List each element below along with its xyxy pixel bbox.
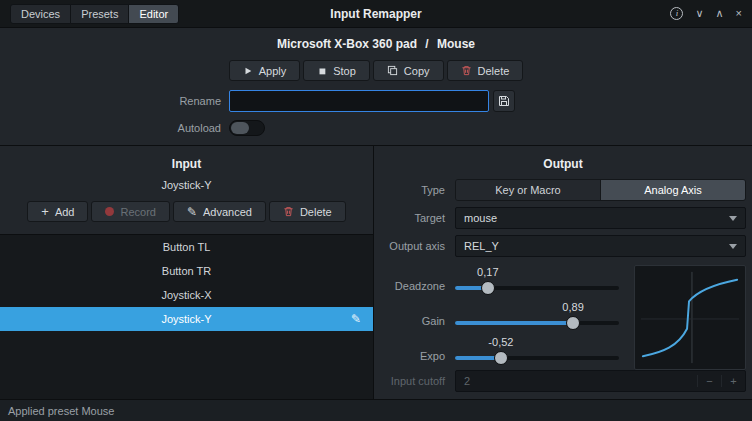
slider-handle[interactable] [566,316,580,330]
output-axis-value: REL_Y [464,240,499,252]
gain-label: Gain [374,315,455,335]
main-body: Input Joystick-Y + Add Record ✎ Advanced [0,146,752,399]
input-remapper-window: Devices Presets Editor Input Remapper i … [0,0,752,421]
slider-track[interactable] [455,321,619,325]
output-panel: Output Type Key or Macro Analog Axis Tar… [374,146,752,399]
save-icon [498,95,510,107]
output-axis-row: Output axis REL_Y [374,235,746,257]
plus-icon: + [41,205,49,218]
stop-button-label: Stop [333,65,356,77]
add-input-button[interactable]: + Add [27,201,88,222]
apply-button-label: Apply [259,65,287,77]
input-panel-title: Input [0,146,373,171]
gain-row: Gain 0,89 [374,300,619,335]
list-item-joystick-x[interactable]: Joystick-X [0,283,373,307]
info-icon[interactable]: i [670,7,683,20]
autoload-row: Autoload [0,120,752,136]
gain-slider[interactable]: 0,89 [455,300,619,335]
expo-label: Expo [374,350,455,370]
target-row: Target mouse [374,207,746,229]
close-icon[interactable]: × [736,8,742,19]
trash-icon [283,206,294,217]
rename-label: Rename [157,95,229,107]
device-name: Microsoft X-Box 360 pad [277,37,417,51]
deadzone-value: 0,17 [477,266,498,278]
input-cutoff-row: Input cutoff 2 − + [374,370,746,392]
expo-slider[interactable]: -0,52 [455,335,619,370]
deadzone-slider[interactable]: 0,17 [455,265,619,300]
input-cutoff-label: Input cutoff [374,375,455,387]
type-segmented-control: Key or Macro Analog Axis [455,179,746,201]
slider-track[interactable] [455,356,619,360]
record-button[interactable]: Record [91,201,169,222]
type-label: Type [374,184,455,196]
window-controls: i ∨ ∧ × [670,7,742,20]
decrement-button[interactable]: − [697,375,721,387]
view-tabs: Devices Presets Editor [10,4,179,24]
expo-curve [643,280,737,357]
chevron-down-icon[interactable]: ∨ [695,8,703,19]
copy-icon [387,65,398,76]
deadzone-row: Deadzone 0,17 [374,265,619,300]
delete-input-button[interactable]: Delete [269,201,346,222]
list-item-label: Joystick-Y [161,313,211,325]
apply-button[interactable]: Apply [229,60,301,81]
response-curve-graph [634,265,746,370]
pencil-icon: ✎ [187,206,197,218]
rename-row: Rename [0,90,752,112]
rename-input[interactable] [229,90,489,112]
stop-icon [317,66,327,76]
toggle-knob [231,122,249,134]
tab-editor[interactable]: Editor [129,4,179,24]
input-list: Button TL Button TR Joystick-X Joystick-… [0,234,373,399]
preset-name: Mouse [437,37,475,51]
chevron-up-icon[interactable]: ∧ [716,8,724,19]
list-item-button-tl[interactable]: Button TL [0,235,373,259]
output-axis-dropdown[interactable]: REL_Y [455,235,746,257]
input-actions: + Add Record ✎ Advanced Delete [0,201,373,222]
autoload-toggle[interactable] [229,120,265,136]
target-label: Target [374,212,455,224]
type-option-analog-axis[interactable]: Analog Axis [600,180,745,200]
slider-handle[interactable] [481,281,495,295]
save-button[interactable] [493,90,515,112]
autoload-label: Autoload [157,122,229,134]
increment-button[interactable]: + [721,375,745,387]
stop-button[interactable]: Stop [303,60,370,81]
slider-track[interactable] [455,286,619,290]
copy-button[interactable]: Copy [373,60,444,81]
target-dropdown[interactable]: mouse [455,207,746,229]
trash-icon [461,65,472,76]
advanced-button-label: Advanced [203,206,252,218]
device-preset-title: Microsoft X-Box 360 pad / Mouse [0,28,752,51]
edit-pencil-icon[interactable]: ✎ [351,312,361,326]
advanced-button[interactable]: ✎ Advanced [173,201,266,222]
delete-input-button-label: Delete [300,206,332,218]
input-panel: Input Joystick-Y + Add Record ✎ Advanced [0,146,374,399]
tab-presets[interactable]: Presets [71,4,129,24]
output-axis-label: Output axis [374,240,455,252]
list-item-button-tr[interactable]: Button TR [0,259,373,283]
sliders-section: Deadzone 0,17 Gain 0,89 [374,265,746,370]
slider-fill [455,321,573,325]
record-icon [105,207,114,216]
play-icon [243,66,253,76]
delete-preset-button-label: Delete [478,65,510,77]
output-form: Type Key or Macro Analog Axis Target mou… [374,171,752,398]
delete-preset-button[interactable]: Delete [447,60,524,81]
deadzone-label: Deadzone [374,280,455,300]
record-button-label: Record [120,206,155,218]
slider-handle[interactable] [494,351,508,365]
expo-value: -0,52 [488,336,513,348]
titlebar: Devices Presets Editor Input Remapper i … [0,0,752,28]
output-panel-title: Output [374,146,752,171]
tab-devices[interactable]: Devices [10,4,71,24]
expo-row: Expo -0,52 [374,335,619,370]
target-value: mouse [464,212,497,224]
status-text: Applied preset Mouse [8,405,114,417]
type-option-key-or-macro[interactable]: Key or Macro [456,180,600,200]
chevron-down-icon [729,244,737,249]
gain-value: 0,89 [562,301,583,313]
list-item-joystick-y[interactable]: Joystick-Y ✎ [0,307,373,331]
preset-actions: Apply Stop Copy Delete [0,60,752,81]
